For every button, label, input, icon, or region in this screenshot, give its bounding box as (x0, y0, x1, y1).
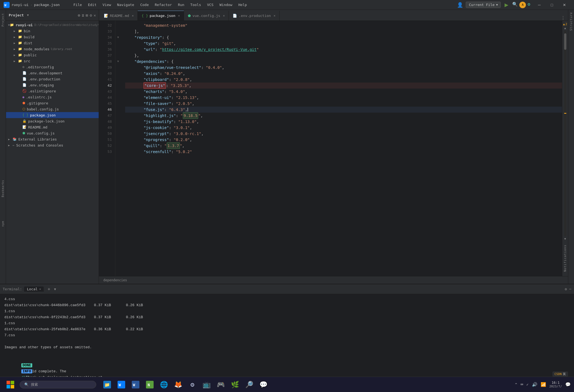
taskbar-app-chrome[interactable]: 🌐 (157, 378, 171, 391)
tree-item-node-modules[interactable]: ▶ 📁 node_modules library.root (6, 46, 99, 52)
close-button[interactable]: ✕ (558, 0, 571, 10)
maximize-button[interactable]: □ (546, 0, 558, 10)
taskbar-search[interactable]: 🔍 搜索 (20, 381, 96, 388)
tree-item-dist[interactable]: ▶ 📁 dist (6, 40, 99, 46)
bookmarks-sidebar: Bookmarks (0, 178, 6, 219)
keyboard-icon[interactable]: ⌨ (520, 382, 523, 387)
tree-item-scratches[interactable]: ▶ ✏ Scratches and Consoles (6, 142, 99, 148)
terminal-minimize-icon[interactable]: ─ (569, 287, 571, 291)
tree-item-eslintrc[interactable]: ◉ .eslintrc.js (6, 94, 99, 100)
user-avatar[interactable]: A (519, 2, 526, 8)
taskbar-app-media[interactable]: 📺 (200, 378, 213, 391)
taskbar-app-explorer[interactable]: 📁 (101, 378, 114, 391)
collapse-icon[interactable]: ≡ (82, 13, 84, 17)
start-button[interactable] (3, 379, 17, 390)
tree-item-gitignore[interactable]: ⬟ .gitignore (6, 100, 99, 106)
scrollbar-track[interactable] (564, 31, 566, 236)
packagejson-tab-close[interactable]: ✕ (178, 14, 180, 17)
line-num: 44 (99, 95, 115, 101)
taskbar-app-search2[interactable]: 🔎 (243, 378, 256, 391)
tree-item-editorconfig[interactable]: ⚙ .editorconfig (6, 64, 99, 70)
tree-item-babel[interactable]: ⬡ babel.config.js (6, 106, 99, 112)
tree-item-env-staging[interactable]: 📄 .env.staging (6, 82, 99, 88)
tree-item-bin[interactable]: ▶ 📁 bin (6, 28, 99, 34)
terminal-settings-icon[interactable]: ⚙ (565, 287, 567, 291)
menu-vcs[interactable]: VCS (204, 2, 216, 7)
svg-rect-4 (7, 385, 10, 388)
taskbar-app-green[interactable]: 🌿 (229, 378, 242, 391)
structure-label: Structure (569, 10, 573, 33)
tab-vue-config[interactable]: ⬟ vue.config.js ✕ (184, 11, 229, 21)
tree-item-root[interactable]: ▼ 📁 ruoyi-ui D:\ProgramTools\WebStormWor… (6, 22, 99, 28)
more-tabs-button[interactable]: ⋮ (558, 15, 568, 21)
menu-code[interactable]: Code (137, 2, 151, 7)
code-area[interactable]: "management-system" ], "repository": { (121, 21, 562, 276)
terminal-tab-close[interactable]: ✕ (39, 287, 41, 291)
code-line-52: "quill": "1.3.7", (125, 143, 562, 149)
project-panel: Project ▼ ⊙ ≡ ⊞ ⚙ ✕ ▼ 📁 ruoyi-ui D:\Prog… (6, 10, 99, 284)
tree-item-src[interactable]: ▶ 📁 src (6, 58, 99, 64)
packagejson-tab-label: package.json (150, 14, 175, 18)
tree-item-env-dev[interactable]: 📄 .env.development (6, 70, 99, 76)
menu-window[interactable]: Window (217, 2, 235, 7)
editor-body: 32 33 34 35 36 37 38 39 40 41 42 43 44 4… (99, 21, 568, 276)
panel-dropdown-icon[interactable]: ▼ (27, 13, 29, 17)
menu-refactor[interactable]: Refactor (152, 2, 175, 7)
taskbar-app-notepad[interactable]: N (143, 378, 156, 391)
taskbar-app-word[interactable]: W (129, 378, 142, 391)
notification-tray-icon[interactable]: 💬 (565, 382, 571, 387)
search-placeholder: 搜索 (31, 382, 38, 387)
current-file-button[interactable]: Current File ▼ (466, 2, 501, 8)
taskbar-app-chat[interactable]: 💬 (257, 378, 270, 391)
menu-navigate[interactable]: Navigate (114, 2, 137, 7)
menu-help[interactable]: Help (236, 2, 250, 7)
minimize-button[interactable]: ─ (533, 0, 546, 10)
taskbar-app-webstorm[interactable]: W (115, 378, 128, 391)
menu-tools[interactable]: Tools (188, 2, 204, 7)
menu-file[interactable]: File (71, 2, 84, 7)
tree-item-public[interactable]: ▶ 📁 public (6, 52, 99, 58)
menu-view[interactable]: View (100, 2, 114, 7)
tree-item-eslintignore[interactable]: 🚫 .eslintignore (6, 88, 99, 94)
envprod-tab-close[interactable]: ✕ (274, 14, 276, 17)
tree-item-ext-libs[interactable]: ▶ 📚 External Libraries (6, 136, 99, 142)
user-icon[interactable]: 👤 (457, 2, 463, 8)
menu-run[interactable]: Run (175, 2, 187, 7)
project-name: ruoyi-ui (11, 3, 29, 7)
menu-edit[interactable]: Edit (85, 2, 99, 7)
tree-item-env-prod[interactable]: 📄 .env.production (6, 76, 99, 82)
tab-readme[interactable]: 📝 README.md ✕ (100, 11, 138, 21)
wifi-icon[interactable]: 📶 (541, 382, 546, 387)
tab-package-json[interactable]: { } package.json ✕ (138, 11, 184, 21)
warning-marker (564, 113, 566, 114)
readme-tab-close[interactable]: ✕ (132, 14, 134, 17)
run-button[interactable]: ▶ (503, 1, 509, 8)
vueconfig-tab-close[interactable]: ✕ (223, 14, 225, 17)
sync-icon[interactable]: ⊙ (78, 13, 80, 17)
terminal-line: dist\static\css\chunk-25feb0b2.4e8637e 0… (4, 326, 570, 332)
tree-item-package-json[interactable]: { } package.json (6, 112, 99, 118)
terminal-dropdown-icon[interactable]: ▼ (54, 287, 56, 291)
settings-icon[interactable]: ⚙ (528, 2, 530, 8)
scrollbar-thumb[interactable] (564, 33, 566, 50)
taskbar-app-game[interactable]: 🎮 (214, 378, 227, 391)
volume-icon[interactable]: 🔊 (532, 382, 537, 387)
tree-item-build[interactable]: ▶ 📁 build (6, 34, 99, 40)
taskbar-app-settings[interactable]: ⚙ (186, 378, 199, 391)
filter-icon[interactable]: ⊞ (86, 13, 88, 17)
tray-icon-1[interactable]: ^ (515, 382, 517, 387)
tree-item-vue-config[interactable]: ⬟ vue.config.js (6, 130, 99, 136)
settings-panel-icon[interactable]: ⚙ (90, 13, 92, 17)
tree-item-readme[interactable]: 📝 README.md (6, 124, 99, 130)
terminal-tab-local[interactable]: Local ✕ (24, 286, 44, 292)
chevron-up-icon[interactable]: ▲ (564, 27, 566, 30)
tree-item-package-lock[interactable]: 🔒 package-lock.json (6, 118, 99, 124)
check-icon[interactable]: ✓ (526, 382, 529, 387)
add-terminal-button[interactable]: + (46, 286, 52, 292)
close-panel-icon[interactable]: ✕ (94, 13, 96, 17)
chevron-down-icon[interactable]: ▼ (564, 237, 566, 240)
tab-env-production[interactable]: 📄 .env.production ✕ (229, 11, 279, 21)
taskbar-app-firefox[interactable]: 🦊 (172, 378, 185, 391)
code-line-41: "clipboard": "2.0.8", (125, 77, 562, 83)
search-icon[interactable]: 🔍 (512, 2, 518, 8)
